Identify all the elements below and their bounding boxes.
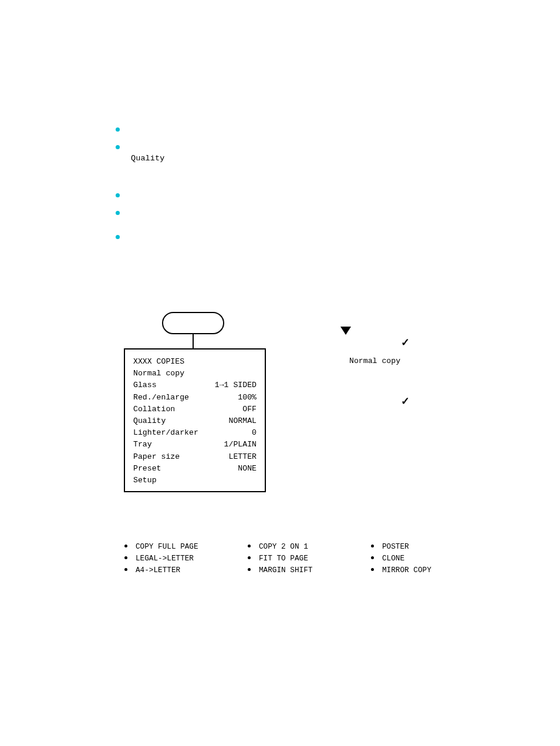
lcd-display: XXXX COPIES Normal copy Glass1→1 SIDED R… (124, 348, 266, 492)
bullet-icon (248, 568, 251, 571)
note-bullet-4 (116, 208, 444, 215)
lcd-row: Tray1/PLAIN (133, 439, 257, 451)
page-root: Quality XXXX COPIES Normal copy Glass1→1… (0, 0, 560, 746)
preset-col-2: COPY 2 ON 1 FIT TO PAGE MARGIN SHIFT (248, 541, 365, 576)
bullet-icon (371, 545, 374, 547)
list-item: CLONE (371, 553, 488, 564)
lcd-row: PresetNONE (133, 463, 257, 475)
preset-options: COPY FULL PAGE LEGAL->LETTER A4->LETTER … (124, 541, 488, 576)
preset-col-1: COPY FULL PAGE LEGAL->LETTER A4->LETTER (124, 541, 242, 576)
bullet-icon (116, 193, 120, 197)
note-bullet-5 (116, 232, 444, 239)
check-icon: ✓ (401, 336, 410, 349)
bullet-icon (248, 556, 251, 559)
bullet-icon (116, 211, 120, 215)
note-bullet-3 (116, 190, 444, 197)
list-item: FIT TO PAGE (248, 553, 365, 564)
bullet-icon (371, 568, 374, 571)
right-option-normal-copy: Normal copy (349, 355, 400, 367)
lcd-mode: Normal copy (133, 368, 184, 379)
list-item: MARGIN SHIFT (248, 564, 365, 576)
quality-label: Quality (131, 154, 164, 163)
connector-line (193, 334, 194, 349)
lcd-row: Lighter/darker0 (133, 427, 257, 439)
bullet-icon (124, 556, 127, 559)
copy-button[interactable] (162, 312, 224, 334)
note-bullet-2 (116, 142, 444, 149)
bullet-icon (116, 127, 120, 132)
list-item: MIRROR COPY (371, 564, 488, 576)
lcd-title: XXXX COPIES (133, 356, 184, 368)
lcd-row: Glass1→1 SIDED (133, 379, 257, 391)
bullet-icon (248, 545, 251, 547)
lcd-row: CollationOFF (133, 404, 257, 415)
lcd-row: Paper sizeLETTER (133, 451, 257, 463)
bullet-icon (116, 235, 120, 239)
list-item: LEGAL->LETTER (124, 553, 242, 564)
lcd-row: Setup (133, 475, 257, 486)
chevron-down-icon (340, 327, 351, 335)
list-item: A4->LETTER (124, 564, 242, 576)
list-item: POSTER (371, 541, 488, 553)
list-item: COPY FULL PAGE (124, 541, 242, 553)
note-bullet-1 (116, 125, 444, 132)
preset-col-3: POSTER CLONE MIRROR COPY (371, 541, 488, 576)
lcd-row: QualityNORMAL (133, 415, 257, 427)
list-item: COPY 2 ON 1 (248, 541, 365, 553)
bullet-icon (116, 145, 120, 149)
bullet-icon (124, 545, 127, 547)
lcd-row: Red./enlarge100% (133, 392, 257, 404)
check-icon: ✓ (401, 395, 410, 408)
bullet-icon (124, 568, 127, 571)
bullet-icon (371, 556, 374, 559)
